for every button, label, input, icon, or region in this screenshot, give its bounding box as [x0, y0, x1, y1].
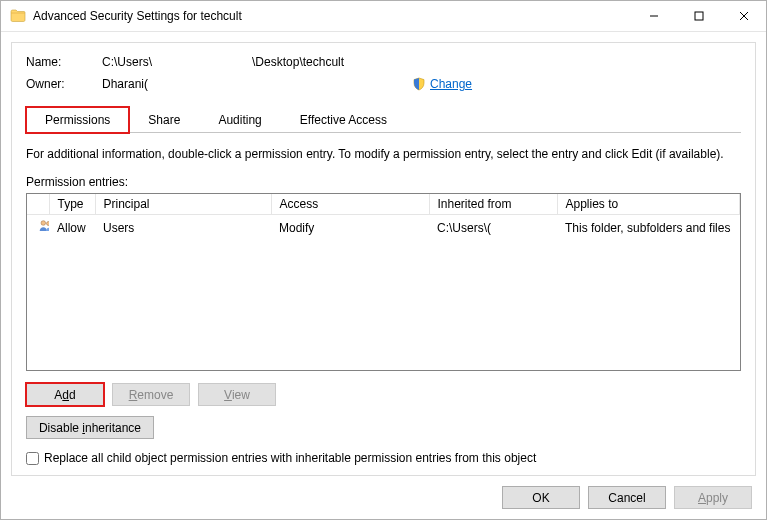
name-value: C:\Users\ \Desktop\techcult	[102, 55, 741, 69]
svg-point-1	[41, 221, 46, 226]
permission-table: Type Principal Access Inherited from App…	[26, 193, 741, 371]
tab-share[interactable]: Share	[129, 107, 199, 133]
replace-child-row: Replace all child object permission entr…	[26, 451, 741, 465]
col-icon-header[interactable]	[27, 194, 49, 215]
svg-rect-0	[695, 12, 703, 20]
col-principal-header[interactable]: Principal	[95, 194, 271, 215]
cell-type: Allow	[49, 215, 95, 241]
remove-button: Remove	[112, 383, 190, 406]
tab-strip: Permissions Share Auditing Effective Acc…	[26, 107, 741, 133]
view-button: View	[198, 383, 276, 406]
entry-buttons: Add Remove View	[26, 383, 741, 406]
content-outer: Name: C:\Users\ \Desktop\techcult Owner:…	[1, 32, 766, 520]
cell-principal: Users	[95, 215, 271, 241]
users-group-icon	[38, 218, 49, 234]
ok-button[interactable]: OK	[502, 486, 580, 509]
close-button[interactable]	[721, 1, 766, 31]
shield-icon	[412, 77, 426, 91]
cell-access: Modify	[271, 215, 429, 241]
folder-icon	[10, 8, 26, 24]
tab-auditing[interactable]: Auditing	[199, 107, 280, 133]
change-owner-link[interactable]: Change	[430, 77, 472, 91]
titlebar: Advanced Security Settings for techcult	[1, 1, 766, 32]
col-applies-header[interactable]: Applies to	[557, 194, 740, 215]
tab-effective-access[interactable]: Effective Access	[281, 107, 406, 133]
col-inherited-header[interactable]: Inherited from	[429, 194, 557, 215]
hint-text: For additional information, double-click…	[26, 147, 741, 161]
content-inner: Name: C:\Users\ \Desktop\techcult Owner:…	[11, 42, 756, 476]
table-header-row: Type Principal Access Inherited from App…	[27, 194, 740, 215]
tab-permissions[interactable]: Permissions	[26, 107, 129, 133]
col-type-header[interactable]: Type	[49, 194, 95, 215]
minimize-button[interactable]	[631, 1, 676, 31]
owner-value: Dharani( Change	[102, 77, 741, 91]
name-label: Name:	[26, 55, 102, 69]
security-settings-window: Advanced Security Settings for techcult …	[0, 0, 767, 520]
tab-panel: For additional information, double-click…	[26, 132, 741, 465]
replace-child-checkbox[interactable]	[26, 452, 39, 465]
owner-row: Owner: Dharani( Change	[26, 77, 741, 91]
owner-name: Dharani(	[102, 77, 412, 91]
permission-entries-label: Permission entries:	[26, 175, 741, 189]
maximize-button[interactable]	[676, 1, 721, 31]
cancel-button[interactable]: Cancel	[588, 486, 666, 509]
window-title: Advanced Security Settings for techcult	[33, 9, 631, 23]
replace-child-label[interactable]: Replace all child object permission entr…	[44, 451, 536, 465]
col-access-header[interactable]: Access	[271, 194, 429, 215]
svg-point-2	[47, 222, 50, 226]
dialog-buttons: OK Cancel Apply	[11, 476, 756, 511]
table-row[interactable]: Allow Users Modify C:\Users\( This folde…	[27, 215, 740, 241]
apply-button: Apply	[674, 486, 752, 509]
owner-label: Owner:	[26, 77, 102, 91]
cell-applies: This folder, subfolders and files	[557, 215, 740, 241]
disable-inheritance-button[interactable]: Disable inheritance	[26, 416, 154, 439]
name-row: Name: C:\Users\ \Desktop\techcult	[26, 55, 741, 69]
cell-inherited: C:\Users\(	[429, 215, 557, 241]
add-button[interactable]: Add	[26, 383, 104, 406]
